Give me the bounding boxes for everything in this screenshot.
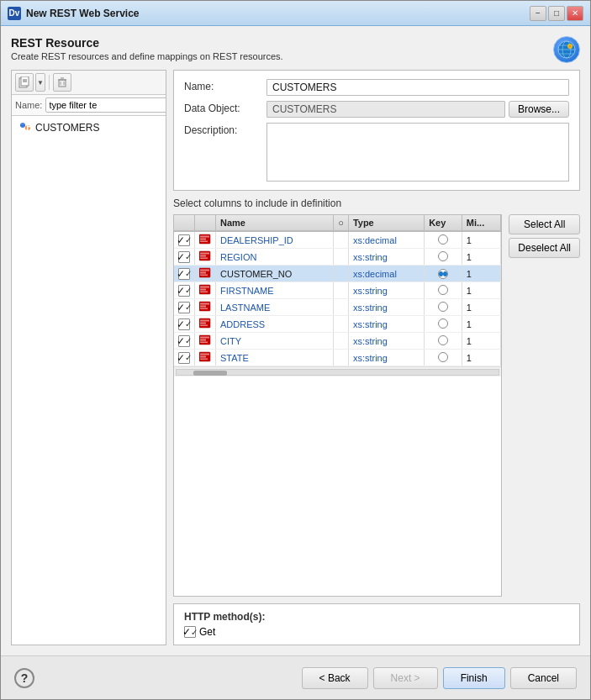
row-key-radio[interactable] — [438, 302, 448, 312]
table-row[interactable]: ✓ STATExs:string1 — [174, 350, 501, 366]
dropdown-button[interactable]: ▼ — [35, 73, 45, 92]
scrollbar-track — [176, 369, 499, 376]
field-icon — [199, 250, 211, 261]
row-sort-cell — [334, 266, 349, 282]
table-row[interactable]: ✓ FIRSTNAMExs:string1 — [174, 282, 501, 299]
row-key-cell[interactable] — [425, 282, 462, 299]
tree-item-label: CUSTOMERS — [35, 122, 99, 134]
table-row[interactable]: ✓ DEALERSHIP_IDxs:decimal1 — [174, 231, 501, 249]
row-checkbox[interactable]: ✓ — [178, 302, 190, 313]
row-key-radio[interactable] — [438, 234, 448, 245]
cancel-button[interactable]: Cancel — [510, 667, 577, 689]
filter-label: Name: — [15, 100, 42, 110]
delete-button[interactable] — [53, 73, 71, 92]
columns-content: Name ○ Type Key Mi... ✓ DEALE — [173, 214, 580, 597]
svg-rect-45 — [200, 337, 209, 339]
row-checkbox-cell[interactable]: ✓ — [174, 231, 195, 249]
svg-rect-25 — [200, 253, 209, 255]
table-row[interactable]: ✓ ADDRESSxs:string1 — [174, 316, 501, 333]
field-icon — [199, 267, 211, 278]
row-key-cell[interactable] — [425, 316, 462, 333]
tree-item-customers[interactable]: R CUSTOMERS — [15, 119, 162, 136]
window: Dv New REST Web Service − □ ✕ REST Resou… — [0, 0, 591, 700]
data-object-input[interactable] — [266, 101, 505, 118]
col-header-dot: ○ — [334, 215, 349, 231]
row-sort-cell — [334, 333, 349, 350]
row-checkbox-cell[interactable]: ✓ — [174, 282, 195, 299]
row-key-radio[interactable] — [438, 318, 448, 329]
row-key-cell[interactable] — [425, 249, 462, 266]
row-checkbox-cell[interactable]: ✓ — [174, 350, 195, 366]
row-checkbox[interactable]: ✓ — [178, 268, 190, 280]
row-name-cell: REGION — [216, 249, 334, 266]
description-row: Description: — [184, 123, 569, 182]
table-header-row: Name ○ Type Key Mi... — [174, 215, 501, 231]
svg-rect-42 — [200, 323, 206, 324]
row-key-cell[interactable] — [425, 299, 462, 316]
side-buttons: Select All Deselect All — [509, 214, 580, 597]
name-input[interactable] — [266, 79, 569, 96]
close-button[interactable]: ✕ — [567, 6, 583, 21]
svg-rect-34 — [200, 289, 206, 291]
globe-svg — [557, 40, 576, 59]
get-checkbox[interactable]: ✓ — [184, 626, 196, 638]
maximize-button[interactable]: □ — [548, 6, 565, 21]
columns-table-container[interactable]: Name ○ Type Key Mi... ✓ DEALE — [173, 214, 502, 597]
finish-button[interactable]: Finish — [443, 667, 505, 689]
row-key-cell[interactable] — [425, 266, 462, 282]
row-key-cell[interactable] — [425, 350, 462, 366]
minimize-button[interactable]: − — [530, 6, 546, 21]
row-checkbox-cell[interactable]: ✓ — [174, 316, 195, 333]
row-key-radio[interactable] — [438, 335, 448, 345]
svg-rect-41 — [200, 320, 209, 322]
description-input[interactable] — [266, 123, 569, 182]
horizontal-scrollbar[interactable] — [174, 366, 501, 376]
row-key-cell[interactable] — [425, 231, 462, 249]
footer: ? < Back Next > Finish Cancel — [1, 655, 590, 699]
next-button[interactable]: Next > — [373, 667, 438, 689]
table-row[interactable]: ✓ CUSTOMER_NOxs:decimal1 — [174, 266, 501, 282]
row-checkbox[interactable]: ✓ — [178, 318, 190, 330]
new-resource-button[interactable] — [15, 73, 34, 92]
col-header-name: Name — [216, 215, 334, 231]
table-row[interactable]: ✓ CITYxs:string1 — [174, 333, 501, 350]
row-key-radio[interactable] — [438, 285, 448, 295]
svg-rect-46 — [200, 339, 206, 341]
row-min-cell: 1 — [462, 282, 500, 299]
row-type-cell: xs:string — [348, 282, 424, 299]
svg-rect-26 — [200, 255, 206, 257]
row-icon-cell — [195, 282, 216, 299]
row-checkbox[interactable]: ✓ — [178, 352, 190, 364]
help-button[interactable]: ? — [14, 668, 34, 688]
row-checkbox[interactable]: ✓ — [178, 234, 190, 246]
row-min-cell: 1 — [462, 333, 500, 350]
row-checkbox[interactable]: ✓ — [178, 251, 190, 263]
row-key-radio[interactable] — [438, 352, 448, 362]
globe-icon — [553, 36, 580, 63]
svg-rect-11 — [59, 80, 66, 87]
row-checkbox-cell[interactable]: ✓ — [174, 299, 195, 316]
row-checkbox[interactable]: ✓ — [178, 335, 190, 347]
table-row[interactable]: ✓ REGIONxs:string1 — [174, 249, 501, 266]
svg-rect-51 — [200, 359, 208, 361]
row-min-cell: 1 — [462, 266, 500, 282]
row-checkbox-cell[interactable]: ✓ — [174, 266, 195, 282]
row-key-radio[interactable] — [438, 251, 448, 261]
left-tree: R CUSTOMERS — [12, 116, 166, 645]
columns-tbody: ✓ DEALERSHIP_IDxs:decimal1✓ REGIONxs:str… — [174, 231, 501, 366]
select-all-button[interactable]: Select All — [509, 214, 580, 234]
svg-point-6 — [569, 45, 572, 48]
deselect-all-button[interactable]: Deselect All — [509, 238, 580, 258]
back-button[interactable]: < Back — [302, 667, 368, 689]
row-checkbox-cell[interactable]: ✓ — [174, 333, 195, 350]
svg-rect-31 — [200, 275, 208, 276]
row-key-cell[interactable] — [425, 333, 462, 350]
filter-input[interactable] — [45, 97, 166, 113]
field-icon — [199, 334, 211, 345]
table-row[interactable]: ✓ LASTNAMExs:string1 — [174, 299, 501, 316]
browse-button[interactable]: Browse... — [509, 101, 569, 118]
col-header-key: Key — [425, 215, 462, 231]
row-checkbox-cell[interactable]: ✓ — [174, 249, 195, 266]
row-checkbox[interactable]: ✓ — [178, 285, 190, 297]
row-key-radio[interactable] — [438, 269, 448, 279]
